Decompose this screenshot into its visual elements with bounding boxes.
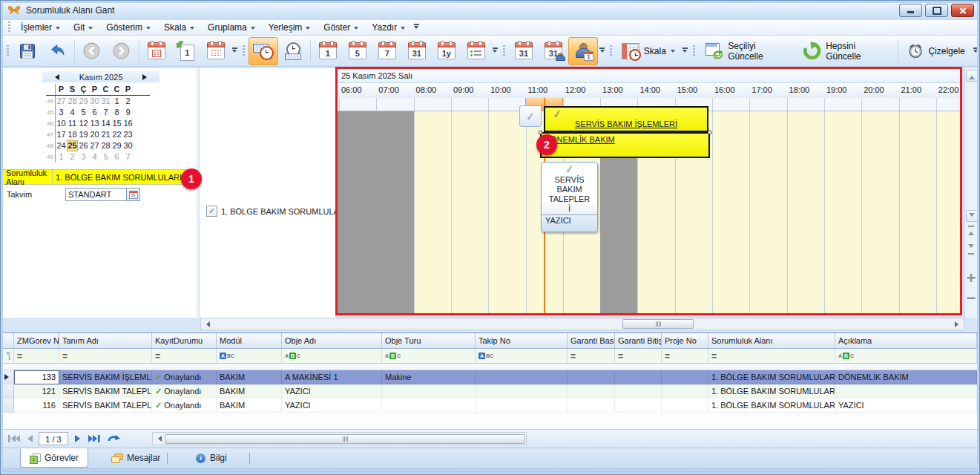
calendar-day[interactable]: 22	[111, 129, 122, 140]
calendar-day[interactable]: 10	[56, 118, 67, 129]
calendar-day[interactable]: 13	[89, 118, 100, 129]
cell-Takip No[interactable]	[476, 384, 568, 399]
calendar-day[interactable]: 7	[100, 107, 111, 118]
filter-cell-Garanti Baslı[interactable]: =	[568, 349, 615, 364]
resize-handle[interactable]	[539, 131, 542, 134]
toolbar-overflow-button-2[interactable]	[491, 48, 499, 55]
calendar-prev-button[interactable]	[52, 74, 59, 80]
calendar-day[interactable]: 20	[89, 129, 100, 140]
calendar-day[interactable]: 8	[111, 107, 122, 118]
scroll-left-button[interactable]	[202, 319, 211, 329]
cell-Açıklama[interactable]: DÖNEMLİK BAKIM	[835, 370, 977, 384]
calendar-day[interactable]: 11	[67, 118, 78, 129]
undo-button[interactable]	[42, 37, 72, 65]
resize-handle[interactable]	[708, 131, 711, 134]
calendar-day[interactable]: 15	[111, 118, 122, 129]
calendar-day[interactable]: 2	[122, 96, 134, 107]
scale-button-7[interactable]: 7	[372, 37, 402, 65]
scale-button-1[interactable]: 1	[313, 37, 343, 65]
cell-Sorumluluk Alanı[interactable]: 1. BÖLGE BAKIM SORUMLULARI	[708, 384, 835, 399]
zoom-out-button[interactable]: −	[965, 291, 977, 306]
scroll-left-button[interactable]	[154, 434, 163, 444]
filter-cell-Proje No[interactable]: =	[662, 349, 708, 364]
calendar-day[interactable]: 29	[111, 140, 122, 151]
toolbar-overflow-button-3[interactable]	[598, 48, 606, 55]
menu-item-skala[interactable]: Skala	[157, 21, 201, 34]
column-header-Obje Turu[interactable]: Obje Turu	[382, 333, 476, 349]
menu-item-git[interactable]: Git	[67, 21, 99, 34]
filter-cell-KayıtDurumu[interactable]: =	[152, 349, 217, 364]
column-header-KayıtDurumu[interactable]: KayıtDurumu	[152, 333, 217, 349]
column-header-Garanti Bitiş[interactable]: Garanti Bitiş	[615, 333, 662, 349]
tab-bilgi[interactable]: iBilgi	[187, 448, 236, 468]
resource-checkbox[interactable]: ✓	[206, 206, 217, 217]
cell-ZMGorev No[interactable]: 121	[14, 384, 59, 399]
cell-ZMGorev No[interactable]: 116	[14, 399, 59, 413]
scroll-to-top-button[interactable]	[965, 226, 977, 237]
cell-Garanti Baslı[interactable]	[568, 370, 615, 384]
calendar-day[interactable]: 26	[78, 140, 89, 151]
row-indicator[interactable]	[3, 399, 14, 413]
table-row[interactable]: 121SERVİS BAKIM TALEPLER✓OnaylandıBAKIMY…	[3, 384, 977, 399]
calendar-month-button[interactable]	[201, 37, 231, 65]
scroll-down-button[interactable]	[966, 210, 978, 222]
task-bar-servis-bakim[interactable]: ✓ SERVİS BAKIM İŞLEMLERİ	[544, 106, 708, 132]
calendar-day[interactable]: 9	[122, 107, 134, 118]
filter-cell-Garanti Bitiş[interactable]: =	[615, 349, 662, 364]
prev-page-button[interactable]	[24, 432, 36, 445]
calendar-day[interactable]: 1	[56, 151, 67, 163]
restore-button[interactable]	[925, 4, 948, 17]
filter-cell-Obje Turu[interactable]: ABC	[382, 349, 476, 364]
calendar-day[interactable]: 7	[122, 151, 134, 163]
next-page-button[interactable]	[72, 432, 84, 445]
cell-Garanti Bitiş[interactable]	[615, 399, 662, 413]
menu-item-yazdır[interactable]: Yazdır	[365, 21, 412, 34]
calendar-day[interactable]: 4	[67, 107, 78, 118]
first-page-button[interactable]	[6, 432, 22, 445]
toolbar-grip[interactable]	[7, 45, 9, 57]
column-header-Tanım Adı[interactable]: Tanım Adı	[59, 333, 152, 349]
filter-cell-Tanım Adı[interactable]: =	[59, 349, 152, 364]
navigate-back-button[interactable]	[77, 37, 107, 65]
cell-KayıtDurumu[interactable]: ✓Onaylandı	[152, 384, 217, 399]
menu-item-gösterim[interactable]: Gösterim	[99, 21, 157, 34]
calendar-day[interactable]: 3	[56, 107, 67, 118]
cell-Proje No[interactable]	[662, 399, 708, 413]
scrollbar-thumb[interactable]	[622, 319, 694, 329]
menu-item-gruplama[interactable]: Gruplama	[201, 21, 262, 34]
task-approve-button[interactable]: ✓	[519, 105, 542, 127]
cell-Takip No[interactable]	[476, 370, 568, 384]
menu-item-i̇şlemler[interactable]: İşlemler	[14, 21, 67, 34]
calendar-day[interactable]: 5	[78, 107, 89, 118]
calendar-day[interactable]: 31	[100, 96, 111, 107]
takvim-field[interactable]: STANDART 31	[65, 188, 140, 201]
calendar-next-button[interactable]	[142, 74, 150, 80]
cell-Garanti Baslı[interactable]	[568, 384, 615, 399]
minimize-button[interactable]	[899, 4, 922, 17]
calendar-day[interactable]: 21	[100, 129, 111, 140]
filter-cell-ZMGorev No[interactable]: =	[14, 349, 59, 364]
column-header-Takip No[interactable]: Takip No	[476, 333, 568, 349]
filter-cell-Açıklama[interactable]: ABC	[835, 349, 977, 364]
cell-Obje Turu[interactable]	[382, 399, 476, 413]
cell-Garanti Bitiş[interactable]	[615, 370, 662, 384]
calendar-day[interactable]: 5	[100, 151, 111, 163]
day-view-button[interactable]: 31	[509, 37, 539, 65]
row-indicator[interactable]	[3, 370, 14, 384]
toolbar-grip-5[interactable]	[693, 45, 695, 57]
responsibility-field[interactable]: 1. BÖLGE BAKIM SORUMLULARI	[53, 170, 197, 184]
calendar-day[interactable]: 28	[100, 140, 111, 151]
navigate-forward-button[interactable]	[107, 37, 137, 65]
scale-button-31[interactable]: 31	[402, 37, 432, 65]
tab-mesajlar[interactable]: Mesajlar	[102, 448, 169, 468]
resource-view-button[interactable]: 1	[568, 37, 598, 65]
calendar-day[interactable]: 16	[122, 118, 134, 129]
calendar-day[interactable]: 18	[67, 129, 78, 140]
menu-item-yerleşim[interactable]: Yerleşim	[262, 21, 318, 34]
cell-Obje Turu[interactable]	[382, 384, 476, 399]
cell-KayıtDurumu[interactable]: ✓Onaylandı	[152, 370, 217, 384]
cell-Obje Turu[interactable]: Makine	[382, 370, 476, 384]
cell-Tanım Adı[interactable]: SERVİS BAKIM TALEPLER	[59, 384, 152, 399]
goto-today-button[interactable]	[142, 37, 171, 65]
column-header-Sorumluluk Alanı[interactable]: Sorumluluk Alanı	[708, 333, 835, 349]
